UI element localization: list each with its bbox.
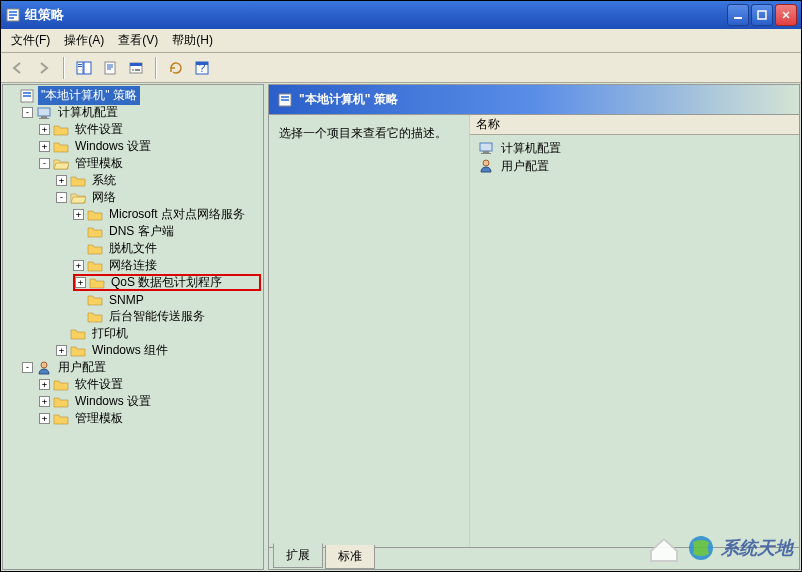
tree-admin-templates[interactable]: -管理模板	[39, 155, 261, 172]
tree-offline-files[interactable]: 脱机文件	[73, 240, 261, 257]
tree-system[interactable]: +系统	[56, 172, 261, 189]
folder-icon	[87, 292, 103, 308]
description-column: 选择一个项目来查看它的描述。	[269, 115, 469, 547]
watermark-text: 系统天地	[721, 536, 793, 560]
menu-help[interactable]: 帮助(H)	[166, 29, 219, 52]
show-hide-tree-button[interactable]	[73, 57, 95, 79]
folder-icon	[87, 207, 103, 223]
folder-icon	[70, 326, 86, 342]
no-expander	[5, 90, 16, 101]
tree-dns-client[interactable]: DNS 客户端	[73, 223, 261, 240]
folder-icon	[87, 309, 103, 325]
expand-icon[interactable]: +	[39, 379, 50, 390]
column-header-name[interactable]: 名称	[470, 115, 799, 135]
list-body: 计算机配置 用户配置	[470, 135, 799, 179]
svg-text:?: ?	[199, 61, 206, 75]
expand-icon[interactable]: +	[39, 396, 50, 407]
svg-rect-26	[281, 96, 289, 98]
svg-rect-20	[23, 95, 31, 97]
collapse-icon[interactable]: -	[22, 362, 33, 373]
tree-bits[interactable]: 后台智能传送服务	[73, 308, 261, 325]
no-expander	[56, 328, 67, 339]
tree-label: QoS 数据包计划程序	[108, 273, 225, 292]
folder-open-icon	[70, 190, 86, 206]
no-expander	[73, 226, 84, 237]
svg-rect-1	[9, 11, 17, 13]
svg-rect-3	[9, 17, 14, 19]
tree-network-conn[interactable]: +网络连接	[73, 257, 261, 274]
collapse-icon[interactable]: -	[39, 158, 50, 169]
svg-rect-12	[130, 63, 142, 66]
policy-tree: "本地计算机" 策略 - 计算机配置 +软件设置 +Windows 设置	[5, 87, 261, 427]
list-label: 用户配置	[501, 158, 549, 175]
tree-network[interactable]: -网络	[56, 189, 261, 206]
user-icon	[36, 360, 52, 376]
content-header: "本地计算机" 策略	[269, 85, 799, 115]
tree-snmp[interactable]: SNMP	[73, 291, 261, 308]
maximize-button[interactable]	[751, 4, 773, 26]
tree-user-admin[interactable]: +管理模板	[39, 410, 261, 427]
list-item-user-config[interactable]: 用户配置	[474, 157, 795, 175]
close-button[interactable]	[775, 4, 797, 26]
tree-label: 管理模板	[72, 409, 126, 428]
expand-icon[interactable]: +	[73, 209, 84, 220]
forward-button	[33, 57, 55, 79]
tree-panel[interactable]: "本地计算机" 策略 - 计算机配置 +软件设置 +Windows 设置	[2, 84, 264, 570]
svg-rect-29	[483, 151, 489, 153]
svg-rect-6	[77, 62, 83, 74]
tree-software-settings[interactable]: +软件设置	[39, 121, 261, 138]
expand-icon[interactable]: +	[39, 141, 50, 152]
workspace: "本地计算机" 策略 - 计算机配置 +软件设置 +Windows 设置	[2, 84, 800, 570]
folder-icon	[70, 173, 86, 189]
tree-user-software[interactable]: +软件设置	[39, 376, 261, 393]
tree-windows-settings[interactable]: +Windows 设置	[39, 138, 261, 155]
refresh-button[interactable]	[165, 57, 187, 79]
no-expander	[73, 311, 84, 322]
list-item-computer-config[interactable]: 计算机配置	[474, 139, 795, 157]
watermark-globe-icon	[687, 534, 715, 562]
list-label: 计算机配置	[501, 140, 561, 157]
folder-icon	[87, 258, 103, 274]
watermark-logo-icon	[647, 531, 681, 565]
svg-rect-27	[281, 99, 289, 101]
tree-root[interactable]: "本地计算机" 策略	[5, 87, 261, 104]
expand-icon[interactable]: +	[56, 345, 67, 356]
collapse-icon[interactable]: -	[56, 192, 67, 203]
tree-qos-highlighted[interactable]: +QoS 数据包计划程序	[73, 274, 261, 291]
svg-rect-10	[105, 62, 115, 74]
expand-icon[interactable]: +	[56, 175, 67, 186]
content-body: 选择一个项目来查看它的描述。 名称 计算机配置 用户配置	[269, 115, 799, 547]
help-button[interactable]: ?	[191, 57, 213, 79]
folder-icon	[53, 394, 69, 410]
collapse-icon[interactable]: -	[22, 107, 33, 118]
tab-standard[interactable]: 标准	[325, 545, 375, 569]
export-list-button[interactable]	[99, 57, 121, 79]
tree-label: SNMP	[106, 292, 147, 308]
minimize-button[interactable]	[727, 4, 749, 26]
watermark: 系统天地	[647, 531, 793, 565]
expand-icon[interactable]: +	[73, 260, 84, 271]
tab-extended[interactable]: 扩展	[273, 543, 323, 568]
menu-action[interactable]: 操作(A)	[58, 29, 110, 52]
svg-rect-9	[78, 66, 82, 67]
tree-windows-components[interactable]: +Windows 组件	[56, 342, 261, 359]
menubar: 文件(F) 操作(A) 查看(V) 帮助(H)	[1, 29, 801, 53]
tree-user-windows[interactable]: +Windows 设置	[39, 393, 261, 410]
svg-rect-2	[9, 14, 17, 16]
folder-icon	[70, 343, 86, 359]
tree-computer-config[interactable]: - 计算机配置	[22, 104, 261, 121]
svg-rect-7	[84, 62, 91, 74]
properties-button[interactable]	[125, 57, 147, 79]
tree-ms-p2p[interactable]: +Microsoft 点对点网络服务	[73, 206, 261, 223]
menu-view[interactable]: 查看(V)	[112, 29, 164, 52]
tree-printers[interactable]: 打印机	[56, 325, 261, 342]
expand-icon[interactable]: +	[75, 277, 86, 288]
svg-rect-21	[38, 108, 50, 116]
policy-icon	[19, 88, 35, 104]
menu-file[interactable]: 文件(F)	[5, 29, 56, 52]
tree-user-config[interactable]: - 用户配置	[22, 359, 261, 376]
expand-icon[interactable]: +	[39, 413, 50, 424]
window-buttons	[727, 4, 797, 26]
back-button	[7, 57, 29, 79]
expand-icon[interactable]: +	[39, 124, 50, 135]
